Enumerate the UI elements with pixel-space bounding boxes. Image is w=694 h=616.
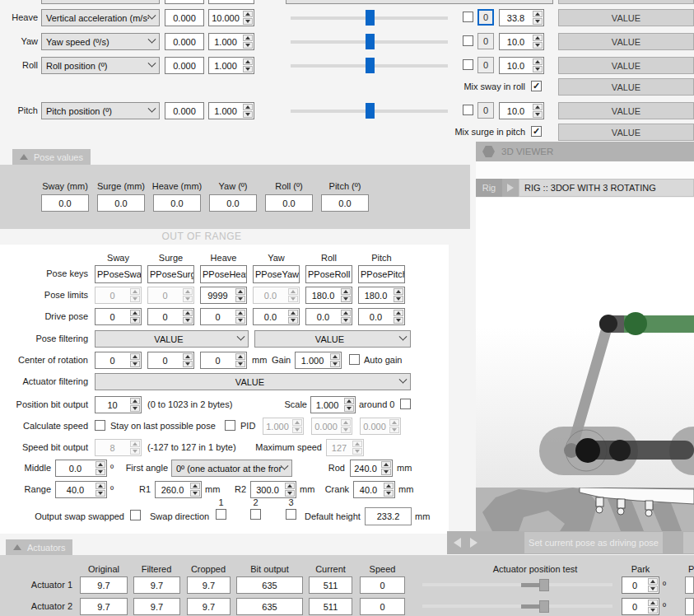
heave-zero-button[interactable]: 0 (477, 9, 494, 26)
mix-sway-filter-button[interactable]: VALUE (558, 78, 694, 96)
spinner-arrows[interactable] (129, 397, 141, 413)
spinner-arrows[interactable] (242, 34, 254, 49)
drive-pose-spinner[interactable]: 0.0 (253, 308, 300, 325)
yaw-source-select[interactable]: Yaw speed (º/s) (41, 33, 160, 50)
drive-pose-spinner[interactable]: 0 (200, 308, 247, 325)
swap-direction-3-checkbox[interactable] (286, 509, 296, 520)
drive-pose-spinner[interactable]: 0 (95, 308, 142, 325)
yaw-range-spinner[interactable]: 10.0 (499, 33, 544, 50)
range-spinner[interactable]: 40.0 (55, 481, 107, 498)
roll-zero-button[interactable]: 0 (477, 57, 494, 73)
actuator-2-park-spinner[interactable]: 0 (622, 598, 659, 615)
heave-gain-spinner[interactable]: 10.000 (208, 9, 254, 26)
calculate-speed-checkbox[interactable] (95, 420, 105, 431)
clipped-filter-button[interactable] (558, 0, 694, 4)
pose-key-input[interactable]: PPoseRoll (305, 265, 352, 283)
auto-gain-checkbox[interactable] (349, 354, 360, 365)
pitch-zero-button[interactable]: 0 (477, 102, 494, 119)
heave-filter-button[interactable]: VALUE (558, 9, 694, 26)
center-y-spinner[interactable]: 0 (147, 352, 194, 369)
rig-expand-button[interactable] (502, 179, 519, 197)
spinner-arrows[interactable] (129, 309, 141, 324)
spinner-arrows[interactable] (532, 34, 543, 49)
actuator-2-position-slider[interactable] (422, 598, 612, 615)
clipped-button[interactable] (683, 532, 694, 553)
spinner-arrows[interactable] (235, 352, 246, 368)
arrow-right-icon[interactable] (470, 538, 477, 548)
pose-key-input[interactable]: PPoseHeave (200, 265, 247, 283)
spinner-arrows[interactable] (532, 103, 543, 119)
spinner-arrows[interactable] (129, 352, 141, 368)
actuator-filtering-select[interactable]: VALUE (95, 373, 411, 390)
spinner-arrows[interactable] (343, 397, 355, 413)
pose-filtering-select-2[interactable]: VALUE (254, 330, 411, 348)
center-z-spinner[interactable]: 0 (200, 352, 247, 369)
pitch-range-spinner[interactable]: 10.0 (499, 102, 544, 119)
pitch-gain-spinner[interactable]: 1.000 (208, 102, 254, 119)
pitch-filter-button[interactable]: VALUE (558, 102, 694, 119)
crank-spinner[interactable]: 40.0 (353, 481, 395, 498)
spinner-arrows[interactable] (329, 352, 341, 368)
heave-source-select[interactable]: Vertical acceleration (m/s²) (41, 9, 160, 26)
clipped-wide-control[interactable] (286, 0, 553, 4)
spinner-arrows[interactable] (393, 287, 404, 303)
spinner-arrows[interactable] (532, 10, 543, 26)
mix-surge-filter-button[interactable]: VALUE (558, 124, 694, 141)
pose-limit-spinner[interactable]: 180.0 (358, 287, 405, 304)
roll-checkbox[interactable] (463, 59, 473, 70)
spinner-arrows[interactable] (242, 58, 254, 73)
spinner-arrows[interactable] (287, 309, 299, 324)
yaw-filter-button[interactable]: VALUE (558, 33, 694, 50)
pose-filtering-select-1[interactable]: VALUE (95, 330, 249, 348)
spinner-arrows[interactable] (182, 352, 193, 368)
around-zero-checkbox[interactable] (400, 399, 411, 409)
swap-direction-2-checkbox[interactable] (250, 509, 261, 520)
drive-pose-spinner[interactable]: 0.0 (305, 308, 352, 325)
pid-checkbox[interactable] (225, 420, 235, 431)
r2-spinner[interactable]: 300.0 (250, 481, 296, 498)
spinner-arrows[interactable] (647, 599, 659, 614)
spinner-arrows[interactable] (380, 460, 392, 476)
yaw-zero-button[interactable]: 0 (477, 33, 494, 49)
rig-select[interactable]: RIG :: 3DOF WITH 3 ROTATING (519, 179, 694, 197)
drive-pose-spinner[interactable]: 0 (147, 308, 194, 325)
roll-source-select[interactable]: Roll position (º) (41, 57, 160, 74)
pose-limit-spinner[interactable]: 180.0 (305, 287, 352, 304)
arrow-left-icon[interactable] (454, 538, 461, 548)
heave-slider[interactable] (291, 9, 448, 26)
spinner-arrows[interactable] (340, 309, 352, 324)
yaw-gain-spinner[interactable]: 1.000 (208, 33, 254, 50)
center-x-spinner[interactable]: 0 (95, 352, 142, 369)
spinner-arrows[interactable] (647, 577, 659, 593)
viewer-canvas[interactable] (476, 198, 694, 488)
gain-spinner[interactable]: 1.000 (295, 352, 342, 369)
first-angle-select[interactable]: 0º (one actuator at the front) (171, 460, 292, 477)
pose-limit-spinner[interactable]: 9999 (200, 287, 247, 304)
output-swap-checkbox[interactable] (130, 510, 141, 520)
yaw-slider[interactable] (291, 33, 448, 50)
mix-sway-checkbox[interactable] (531, 81, 542, 91)
scale-spinner[interactable]: 1.000 (310, 396, 356, 413)
spinner-arrows[interactable] (235, 287, 246, 303)
spinner-arrows[interactable] (235, 309, 246, 324)
rod-spinner[interactable]: 240.0 (350, 460, 393, 477)
roll-filter-button[interactable]: VALUE (558, 57, 694, 74)
roll-range-spinner[interactable]: 10.0 (499, 57, 544, 74)
actuators-tab[interactable]: Actuators (6, 539, 72, 555)
pose-key-input[interactable]: PPoseSway (95, 265, 142, 283)
pitch-source-select[interactable]: Pitch position (º) (41, 102, 160, 119)
spinner-arrows[interactable] (182, 309, 193, 324)
spinner-arrows[interactable] (383, 482, 394, 497)
yaw-checkbox[interactable] (463, 35, 473, 46)
pose-key-input[interactable]: PPosePitch (358, 265, 405, 283)
spinner-arrows[interactable] (95, 482, 106, 497)
pose-key-input[interactable]: PPoseSurge (147, 265, 194, 283)
heave-checkbox[interactable] (463, 12, 473, 22)
roll-gain-spinner[interactable]: 1.000 (208, 57, 254, 74)
pose-key-input[interactable]: PPoseYaw (253, 265, 300, 283)
actuator-1-position-slider[interactable] (422, 576, 612, 594)
roll-slider[interactable] (291, 57, 448, 74)
drive-pose-spinner[interactable]: 0.0 (358, 308, 405, 325)
r1-spinner[interactable]: 260.0 (155, 481, 202, 498)
actuator-1-park-spinner[interactable]: 0 (622, 576, 659, 594)
